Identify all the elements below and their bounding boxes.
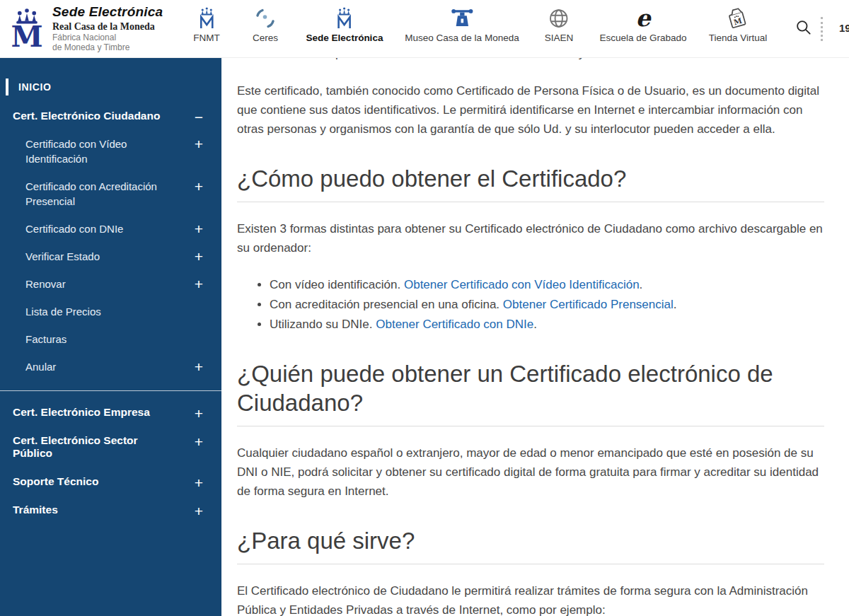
bullet-after: .	[640, 278, 643, 291]
crown-m-icon	[193, 5, 220, 32]
brand-subtitle: Fábrica Nacional	[52, 33, 163, 42]
dotted-divider	[821, 17, 823, 41]
topnav-item-label: SIAEN	[545, 33, 574, 43]
bullet-text: Utilizando su DNIe.	[270, 318, 376, 331]
expand-plus-icon[interactable]: +	[195, 504, 203, 518]
link-certificado-dnie[interactable]: Obtener Certificado con DNIe	[376, 318, 533, 331]
brand-subtitle: Real Casa de la Moneda	[52, 21, 163, 33]
section-heading-quien-puede: ¿Quién puede obtener un Certificado elec…	[237, 359, 824, 426]
topnav-item-tienda-virtual[interactable]: M Tienda Virtual	[709, 5, 768, 43]
expand-plus-icon[interactable]: +	[195, 434, 203, 449]
topnav-item-label: Sede Electrónica	[306, 33, 383, 43]
sidebar-item-lista-de-precios[interactable]: Lista de Precios	[0, 298, 221, 325]
expand-plus-icon[interactable]: +	[195, 406, 203, 421]
coin-press-icon	[405, 5, 519, 32]
sidebar-item-cert-electronico-sector-publico[interactable]: Cert. Electrónico Sector Público +	[0, 426, 221, 467]
sidebar-item-verificar-estado[interactable]: Verificar Estado +	[0, 243, 221, 270]
crown-m-icon	[306, 5, 383, 32]
sidebar-item-label: Trámites	[13, 504, 58, 516]
link-certificado-presencial[interactable]: Obtener Certificado Prensencial	[503, 298, 674, 311]
brand-subtitle: de Moneda y Timbre	[52, 42, 163, 52]
expand-plus-icon[interactable]: +	[195, 179, 203, 194]
ceres-arcs-icon	[253, 5, 278, 32]
sidebar-item-certificado-dnie[interactable]: Certificado con DNIe +	[0, 215, 221, 243]
sidebar-item-label: Certificado con Vídeo Identificación	[25, 138, 127, 165]
section-paragraph: Existen 3 formas distintas para obtener …	[237, 219, 824, 257]
sidebar-item-cert-electronico-empresa[interactable]: Cert. Electrónico Empresa +	[0, 398, 221, 426]
sidebar-item-label: Certificado con DNIe	[25, 223, 123, 235]
link-video-identificacion[interactable]: Obtener Certificado con Vídeo Identifica…	[404, 278, 640, 291]
section-heading-para-que-sirve: ¿Para qué sirve?	[237, 526, 824, 564]
brand-text: Sede Electrónica Real Casa de la Moneda …	[52, 4, 163, 52]
sidebar-item-label: Soporte Técnico	[13, 475, 98, 487]
sidebar-item-label: INICIO	[18, 81, 51, 93]
topnav-item-siaen[interactable]: SIAEN	[545, 5, 574, 43]
sidebar-item-certificado-video-identificacion[interactable]: Certificado con Vídeo Identificación +	[0, 130, 221, 173]
expand-plus-icon[interactable]: +	[195, 249, 203, 264]
topnav-item-ceres[interactable]: Ceres	[253, 5, 278, 43]
sidebar-item-anular[interactable]: Anular +	[0, 353, 221, 380]
topnav-item-museo[interactable]: Museo Casa de la Moneda	[405, 5, 519, 43]
clipped-header-text: 19	[839, 22, 849, 34]
obtain-methods-list: Con vídeo identificación. Obtener Certif…	[237, 276, 824, 334]
list-item: Con vídeo identificación. Obtener Certif…	[270, 276, 824, 294]
sidebar: INICIO Cert. Electrónico Ciudadano − Cer…	[0, 58, 221, 616]
expand-plus-icon[interactable]: +	[195, 221, 203, 236]
top-header: M Sede Electrónica Real Casa de la Moned…	[0, 0, 849, 58]
expand-plus-icon[interactable]: +	[195, 359, 203, 374]
globe-icon	[545, 5, 574, 32]
sidebar-item-tramites[interactable]: Trámites +	[0, 496, 221, 524]
svg-text:M: M	[11, 20, 42, 50]
section-paragraph: Cualquier ciudadano español o extranjero…	[237, 443, 824, 501]
list-item: Utilizando su DNIe. Obtener Certificado …	[270, 315, 824, 334]
topnav-item-label: Tienda Virtual	[709, 33, 768, 43]
expand-plus-icon[interactable]: +	[195, 475, 203, 490]
sidebar-item-label: Anular	[25, 361, 56, 373]
topnav-item-fnmt[interactable]: FNMT	[193, 5, 220, 43]
sidebar-item-facturas[interactable]: Facturas	[0, 325, 221, 353]
shopping-box-icon: M	[709, 5, 768, 32]
sidebar-item-soporte-tecnico[interactable]: Soporte Técnico +	[0, 467, 221, 496]
engraved-e-icon: e	[599, 5, 686, 32]
bullet-after: .	[674, 298, 677, 311]
sidebar-item-label: Renovar	[25, 278, 66, 290]
brand-title: Sede Electrónica	[52, 4, 163, 20]
topnav-item-label: Ceres	[253, 33, 278, 43]
crown-m-logo-icon: M	[8, 6, 45, 50]
topnav-item-label: Escuela de Grabado	[599, 33, 686, 43]
list-item: Con acreditación presencial en una ofici…	[270, 296, 824, 314]
search-icon[interactable]	[795, 18, 813, 40]
active-indicator-bar	[6, 79, 8, 95]
sidebar-item-inicio[interactable]: INICIO	[0, 74, 221, 102]
sidebar-item-label: Facturas	[25, 333, 67, 345]
content-area: vincula a su suscriptor con unos Datos d…	[237, 44, 824, 616]
sidebar-item-certificado-acreditacion-presencial[interactable]: Certificado con Acreditación Presencial …	[0, 173, 221, 215]
topnav-item-escuela-grabado[interactable]: e Escuela de Grabado	[599, 5, 686, 43]
bullet-after: .	[533, 318, 537, 331]
brand-logo[interactable]: M Sede Electrónica Real Casa de la Moned…	[8, 4, 163, 52]
sidebar-item-label: Cert. Electrónico Sector Público	[13, 434, 138, 459]
topnav-item-sede-electronica[interactable]: Sede Electrónica	[306, 5, 383, 43]
expand-plus-icon[interactable]: +	[195, 277, 203, 291]
expand-plus-icon[interactable]: +	[195, 136, 203, 151]
bullet-text: Con vídeo identificación.	[270, 278, 404, 291]
sidebar-item-label: Lista de Precios	[25, 306, 101, 318]
section-heading-como-obtener: ¿Cómo puedo obtener el Certificado?	[237, 164, 824, 202]
collapse-minus-icon[interactable]: −	[195, 110, 203, 124]
sidebar-item-cert-electronico-ciudadano[interactable]: Cert. Electrónico Ciudadano −	[0, 102, 221, 130]
bullet-text: Con acreditación presencial en una ofici…	[270, 298, 503, 311]
topnav-item-label: Museo Casa de la Moneda	[405, 33, 519, 43]
sidebar-divider	[0, 390, 221, 391]
sidebar-item-label: Cert. Electrónico Empresa	[13, 406, 150, 418]
section-paragraph: El Certificado electrónico de Ciudadano …	[237, 581, 824, 616]
sidebar-item-label: Verificar Estado	[25, 250, 100, 262]
sidebar-item-label: Certificado con Acreditación Presencial	[25, 180, 157, 207]
intro-paragraph: Este certificado, también conocido como …	[237, 81, 824, 139]
sidebar-item-label: Cert. Electrónico Ciudadano	[13, 110, 160, 122]
topnav-item-label: FNMT	[193, 33, 220, 43]
sidebar-item-renovar[interactable]: Renovar +	[0, 270, 221, 298]
